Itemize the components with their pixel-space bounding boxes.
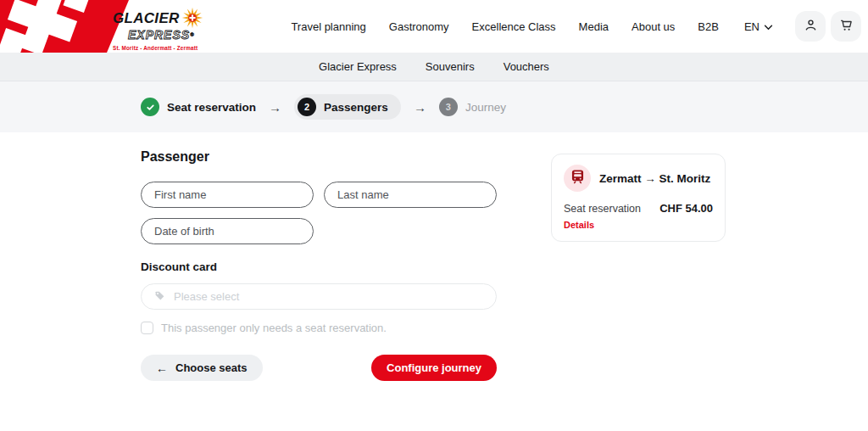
seat-only-label: This passenger only needs a seat reserva… [161, 322, 387, 334]
discount-card-placeholder: Please select [174, 290, 239, 303]
checkout-stepper: Seat reservation → 2 Passengers → 3 Jour… [141, 81, 727, 132]
glacier-express-logo[interactable]: GLACIER EXPRESS® St. Moritz - Andermatt … [113, 6, 206, 51]
subnav-item-vouchers[interactable]: Vouchers [504, 60, 549, 73]
step-label: Seat reservation [167, 101, 256, 114]
configure-journey-label: Configure journey [387, 361, 481, 374]
nav-item-excellence-class[interactable]: Excellence Class [472, 20, 556, 33]
logo-tagline: St. Moritz - Andermatt - Zermatt [113, 45, 206, 51]
tag-icon [154, 289, 165, 305]
step-passengers[interactable]: 2 Passengers [294, 94, 401, 120]
logo-text-express: EXPRESS® [128, 30, 206, 41]
step-label: Passengers [324, 101, 388, 114]
subnav-item-souvenirs[interactable]: Souvenirs [426, 60, 475, 73]
page-title: Passenger [141, 149, 497, 165]
arrow-left-icon: ← [156, 361, 168, 375]
subnav-item-glacier-express[interactable]: Glacier Express [319, 60, 397, 73]
discount-card-select[interactable]: Please select [141, 283, 497, 310]
arrow-right-icon: → [414, 100, 426, 115]
checkout-stepper-band: Seat reservation → 2 Passengers → 3 Jour… [0, 81, 868, 132]
header: GLACIER EXPRESS® St. Moritz - Andermatt … [0, 0, 868, 53]
account-button[interactable] [795, 11, 826, 42]
summary-item-price: CHF 54.00 [659, 202, 713, 215]
language-selector[interactable]: EN [744, 20, 773, 33]
step-number-badge: 2 [298, 98, 316, 116]
main-navigation: Travel planning Gastronomy Excellence Cl… [291, 20, 719, 33]
date-of-birth-input[interactable] [141, 218, 314, 244]
arrow-right-icon: → [269, 100, 281, 115]
configure-journey-button[interactable]: Configure journey [371, 355, 497, 381]
nav-item-b2b[interactable]: B2B [698, 20, 719, 33]
nav-item-media[interactable]: Media [579, 20, 609, 33]
discount-card-title: Discount card [141, 260, 497, 273]
passenger-form: Passenger Discount card Please select [141, 149, 497, 381]
logo-text-glacier: GLACIER [113, 11, 180, 25]
step-number-badge: 3 [439, 98, 458, 116]
train-badge [564, 165, 591, 192]
step-label: Journey [465, 101, 506, 114]
route-title: Zermatt → St. Moritz [599, 172, 710, 185]
step-done-check-icon [141, 98, 159, 116]
summary-item-label: Seat reservation [564, 203, 641, 215]
user-icon [803, 17, 819, 36]
step-journey[interactable]: 3 Journey [439, 98, 506, 116]
order-summary: Zermatt → St. Moritz Seat reservation CH… [551, 149, 726, 381]
main-content: Passenger Discount card Please select [141, 132, 727, 381]
cart-icon [838, 17, 854, 36]
details-link[interactable]: Details [564, 220, 594, 230]
choose-seats-button[interactable]: ← Choose seats [141, 355, 263, 381]
cart-button[interactable] [831, 11, 861, 42]
first-name-input[interactable] [141, 182, 314, 208]
train-icon [571, 170, 584, 188]
step-seat-reservation[interactable]: Seat reservation [141, 98, 256, 116]
seat-only-checkbox[interactable] [141, 322, 153, 334]
language-label: EN [744, 20, 760, 33]
trademark-symbol: ® [190, 32, 194, 37]
nav-item-about-us[interactable]: About us [632, 20, 675, 33]
secondary-navigation: Glacier Express Souvenirs Vouchers [0, 53, 868, 81]
last-name-input[interactable] [324, 182, 497, 208]
nav-item-gastronomy[interactable]: Gastronomy [389, 20, 449, 33]
choose-seats-label: Choose seats [175, 361, 248, 374]
nav-item-travel-planning[interactable]: Travel planning [291, 20, 365, 33]
seat-only-option: This passenger only needs a seat reserva… [141, 322, 497, 334]
trip-summary-card: Zermatt → St. Moritz Seat reservation CH… [551, 154, 726, 242]
chevron-down-icon [764, 20, 773, 33]
